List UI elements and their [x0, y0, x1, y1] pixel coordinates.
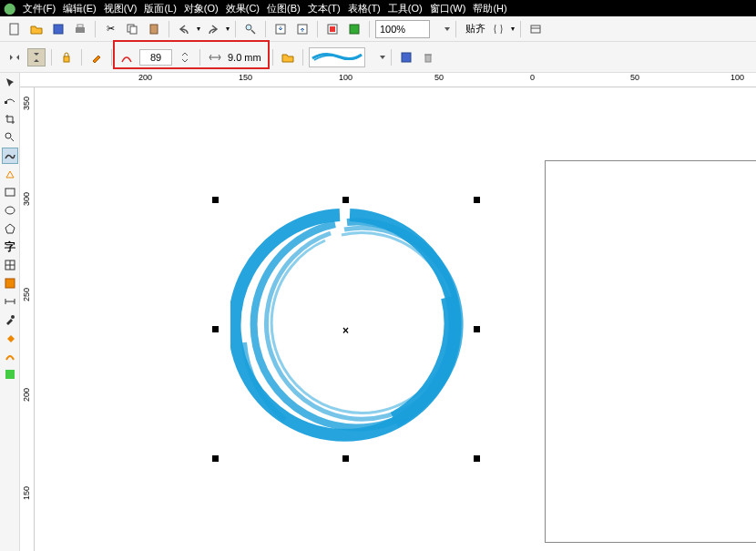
svg-rect-6 — [150, 25, 158, 34]
ruler-vertical: 350 300 250 200 150 — [20, 87, 35, 551]
selection-handle-s[interactable] — [342, 455, 349, 462]
paste-button[interactable] — [145, 20, 163, 38]
dropdown-icon[interactable] — [380, 56, 385, 59]
folder-button[interactable] — [279, 48, 297, 66]
brush-preview[interactable] — [309, 47, 365, 67]
tool-grid[interactable] — [2, 275, 18, 291]
undo-button[interactable] — [175, 20, 193, 38]
svg-rect-20 — [5, 101, 7, 104]
svg-rect-18 — [425, 55, 431, 62]
separator — [520, 21, 521, 37]
svg-rect-16 — [64, 56, 69, 62]
delete-brush-button[interactable] — [419, 48, 437, 66]
open-button[interactable] — [27, 20, 46, 38]
snap-label: 贴齐 — [465, 22, 485, 36]
menu-layout[interactable]: 版面(L) — [144, 2, 176, 15]
selection-handle-e[interactable] — [474, 326, 480, 332]
new-button[interactable] — [5, 20, 24, 38]
tool-outline[interactable] — [2, 348, 18, 364]
save-brush-button[interactable] — [397, 48, 415, 66]
menu-effects[interactable]: 效果(C) — [226, 2, 260, 15]
page-boundary — [545, 160, 756, 543]
menu-tools[interactable]: 工具(O) — [388, 2, 423, 15]
svg-line-8 — [251, 30, 255, 34]
svg-rect-12 — [330, 26, 335, 32]
menu-bitmap[interactable]: 位图(B) — [267, 2, 301, 15]
tool-freehand[interactable] — [2, 148, 18, 164]
tool-ellipse[interactable] — [2, 202, 18, 219]
menu-text[interactable]: 文本(T) — [308, 2, 341, 15]
mirror-h-button[interactable] — [5, 48, 24, 66]
tool-mesh[interactable] — [2, 366, 18, 383]
tool-dimension[interactable] — [2, 293, 18, 310]
tool-fill[interactable] — [2, 330, 18, 346]
separator — [51, 49, 52, 66]
options-button[interactable] — [526, 20, 545, 38]
tool-table[interactable] — [2, 257, 18, 273]
tool-rect[interactable] — [2, 184, 18, 200]
selection-handle-w[interactable] — [212, 326, 219, 332]
svg-point-24 — [5, 207, 15, 214]
search-button[interactable] — [241, 20, 260, 38]
brush-circle-artwork[interactable] — [230, 206, 469, 444]
menu-file[interactable]: 文件(F) — [23, 2, 56, 15]
menu-object[interactable]: 对象(O) — [184, 2, 219, 15]
dropdown-icon[interactable] — [444, 27, 450, 31]
stepper-button[interactable] — [176, 48, 194, 66]
tool-shape[interactable] — [2, 93, 18, 109]
svg-rect-1 — [54, 25, 63, 34]
separator — [391, 49, 392, 66]
separator — [81, 49, 82, 66]
svg-rect-5 — [130, 26, 137, 34]
ruler-horizontal: 200 150 100 50 0 50 100 — [20, 73, 756, 87]
menu-help[interactable]: 帮助(H) — [473, 2, 506, 15]
snap-button[interactable] — [489, 20, 507, 38]
selection-handle-sw[interactable] — [212, 455, 219, 462]
curve-button[interactable] — [117, 48, 136, 66]
export-button[interactable] — [293, 20, 312, 38]
tool-eyedrop[interactable] — [2, 311, 18, 328]
cut-button[interactable]: ✂ — [101, 20, 119, 38]
toolbox: 字 — [0, 73, 20, 551]
menu-view[interactable]: 视图(V) — [104, 2, 138, 15]
menu-edit[interactable]: 编辑(E) — [63, 2, 97, 15]
selection-handle-se[interactable] — [474, 455, 480, 462]
svg-rect-3 — [77, 25, 83, 27]
pen-button[interactable] — [87, 48, 106, 66]
mirror-v-button[interactable] — [27, 48, 46, 66]
zoom-combo[interactable]: 100% — [375, 20, 430, 38]
app-launcher-button[interactable] — [323, 20, 342, 38]
dropdown-icon[interactable]: ▾ — [197, 25, 200, 33]
canvas[interactable]: × — [35, 87, 756, 551]
copy-button[interactable] — [123, 20, 141, 38]
menu-window[interactable]: 窗口(W) — [430, 2, 466, 15]
svg-point-32 — [11, 315, 15, 319]
redo-button[interactable] — [204, 20, 222, 38]
app-icon: ⬤ — [4, 2, 15, 15]
smoothing-input[interactable] — [139, 49, 172, 66]
tool-pick[interactable] — [2, 75, 18, 91]
tool-crop[interactable] — [2, 111, 18, 128]
welcome-button[interactable] — [345, 20, 363, 38]
selection-handle-nw[interactable] — [212, 197, 219, 203]
svg-rect-23 — [5, 189, 15, 196]
separator — [111, 49, 112, 66]
selection-handle-ne[interactable] — [474, 197, 480, 203]
tool-smart[interactable] — [2, 166, 18, 182]
print-button[interactable] — [71, 20, 89, 38]
separator — [302, 49, 303, 66]
import-button[interactable] — [271, 20, 290, 38]
dropdown-icon[interactable]: ▾ — [226, 25, 230, 33]
separator — [317, 21, 318, 37]
svg-rect-13 — [350, 25, 359, 34]
separator — [265, 21, 266, 37]
tool-zoom[interactable] — [2, 129, 18, 146]
dropdown-icon[interactable]: ▾ — [511, 25, 515, 33]
menu-table[interactable]: 表格(T) — [348, 2, 381, 15]
save-button[interactable] — [49, 20, 67, 38]
tool-text[interactable]: 字 — [2, 239, 18, 255]
tool-polygon[interactable] — [2, 220, 18, 237]
selection-handle-n[interactable] — [342, 197, 349, 203]
lock-button[interactable] — [57, 48, 76, 66]
separator — [455, 21, 456, 37]
